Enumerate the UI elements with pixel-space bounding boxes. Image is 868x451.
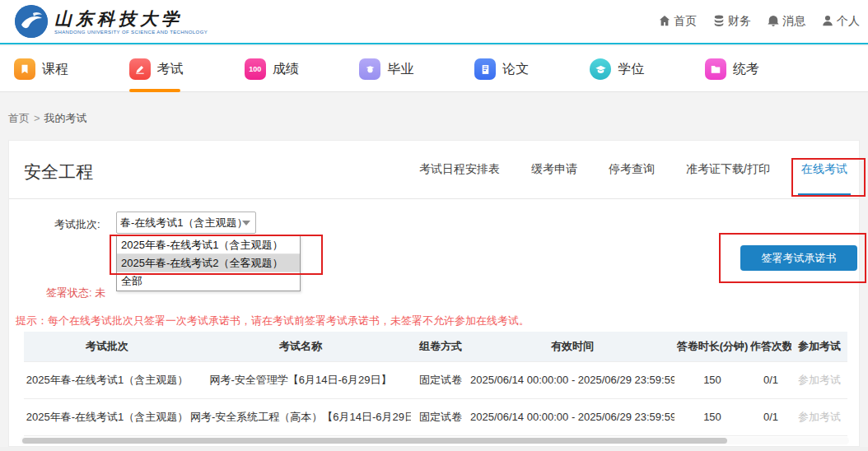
course-book-icon — [14, 58, 35, 80]
nav-tab-grades[interactable]: 100 成绩 — [245, 46, 299, 92]
col-header-action: 参加考试 — [791, 332, 847, 361]
nav-tab-courses[interactable]: 课程 — [14, 46, 68, 92]
tab-exam-schedule[interactable]: 考试日程安排表 — [418, 142, 502, 197]
warning-tip: 提示：每个在线考试批次只签署一次考试承诺书，请在考试前签署考试承诺书，未签署不允… — [16, 314, 530, 328]
exam-section-tabs: 考试日程安排表 缓考申请 停考查询 准考证下载/打印 在线考试 — [418, 141, 849, 198]
chevron-down-icon — [242, 221, 250, 226]
exam-table-wrap: 考试批次 考试名称 组卷方式 有效时间 答卷时长(分钟) 作答次数 参加考试 2… — [24, 332, 847, 436]
topnav-finance[interactable]: 财务 — [713, 14, 751, 29]
table-row: 2025年春-在线考试1（含主观题） 网考-安全管理学【6月14日-6月29日】… — [24, 361, 847, 398]
tab-suspended-exam[interactable]: 停考查询 — [607, 142, 656, 197]
nav-tab-degree[interactable]: 学位 — [590, 46, 644, 92]
score-100-icon: 100 — [245, 58, 266, 80]
horizontal-scrollbar-track — [21, 437, 849, 444]
thesis-document-icon — [474, 58, 496, 80]
batch-label: 考试批次: — [54, 217, 100, 232]
divider — [9, 198, 859, 199]
tab-admission-ticket[interactable]: 准考证下载/打印 — [684, 142, 772, 197]
take-exam-link[interactable]: 参加考试 — [791, 361, 847, 398]
dropdown-option-1[interactable]: 2025年春-在线考试1（含主观题） — [117, 236, 300, 254]
home-icon — [659, 15, 670, 29]
col-header-duration: 答卷时长(分钟) — [674, 332, 750, 361]
university-logo: 山东科技大学 SHANDONG UNIVERSITY OF SCIENCE AN… — [15, 5, 208, 38]
top-header: 山东科技大学 SHANDONG UNIVERSITY OF SCIENCE AN… — [0, 0, 868, 44]
col-header-name: 考试名称 — [190, 332, 411, 361]
nav-tab-thesis[interactable]: 论文 — [474, 46, 529, 92]
university-logo-icon — [15, 5, 48, 38]
dropdown-option-3[interactable]: 全部 — [117, 272, 300, 291]
exam-table: 考试批次 考试名称 组卷方式 有效时间 答卷时长(分钟) 作答次数 参加考试 2… — [24, 332, 847, 436]
topnav-messages[interactable]: 消息 — [768, 14, 805, 29]
dropdown-option-2[interactable]: 2025年春-在线考试2（全客观题） — [117, 254, 300, 272]
col-header-time: 有效时间 — [470, 332, 674, 361]
batch-select[interactable]: 春-在线考试1（含主观题） — [116, 212, 256, 234]
topnav-home[interactable]: 首页 — [659, 14, 697, 29]
tab-online-exam[interactable]: 在线考试 — [800, 142, 849, 197]
active-nav-underline — [129, 89, 180, 92]
graduation-icon — [359, 58, 380, 80]
nav-tab-graduation[interactable]: 毕业 — [359, 46, 413, 92]
nav-tab-exams[interactable]: 考试 — [129, 46, 184, 92]
horizontal-scrollbar-thumb[interactable] — [22, 438, 727, 444]
folder-icon — [705, 58, 726, 80]
breadcrumb: 首页>我的考试 — [8, 111, 87, 126]
app-window: 山东科技大学 SHANDONG UNIVERSITY OF SCIENCE AN… — [0, 0, 868, 451]
col-header-batch: 考试批次 — [24, 332, 190, 361]
page-bottom-strip — [0, 447, 868, 451]
breadcrumb-current: 我的考试 — [44, 112, 87, 124]
main-nav: 课程 考试 100 成绩 毕业 论文 学位 — [0, 46, 868, 92]
content-card: 安全工程 考试日程安排表 缓考申请 停考查询 准考证下载/打印 在线考试 考试批… — [8, 140, 860, 447]
page-title: 安全工程 — [24, 160, 93, 184]
top-right-nav: 首页 财务 消息 个人 — [659, 0, 860, 43]
person-icon — [822, 15, 833, 29]
col-header-method: 组卷方式 — [411, 332, 470, 361]
col-header-attempts: 作答次数 — [750, 332, 791, 361]
table-header-row: 考试批次 考试名称 组卷方式 有效时间 答卷时长(分钟) 作答次数 参加考试 — [24, 332, 847, 361]
sign-commitment-button[interactable]: 签署考试承诺书 — [740, 245, 857, 271]
table-row: 2025年春-在线考试1（含主观题） 网考-安全系统工程（高本）【6月14日-6… — [24, 398, 847, 435]
degree-cap-icon — [590, 58, 611, 80]
topnav-profile[interactable]: 个人 — [822, 14, 860, 29]
batch-dropdown-list: 2025年春-在线考试1（含主观题） 2025年春-在线考试2（全客观题） 全部 — [116, 235, 301, 291]
coins-icon — [713, 15, 725, 29]
breadcrumb-home[interactable]: 首页 — [8, 112, 30, 124]
tab-deferred-exam[interactable]: 缓考申请 — [530, 142, 579, 197]
sign-status-value: 未 — [95, 286, 105, 299]
bell-icon — [768, 15, 779, 29]
logo-chinese-name: 山东科技大学 — [54, 9, 208, 29]
sign-status: 签署状态: 未 — [46, 286, 105, 300]
exam-pencil-icon — [129, 58, 151, 80]
nav-tab-unified-exam[interactable]: 统考 — [705, 46, 759, 92]
take-exam-link[interactable]: 参加考试 — [791, 398, 847, 435]
logo-english-name: SHANDONG UNIVERSITY OF SCIENCE AND TECHN… — [54, 30, 208, 35]
